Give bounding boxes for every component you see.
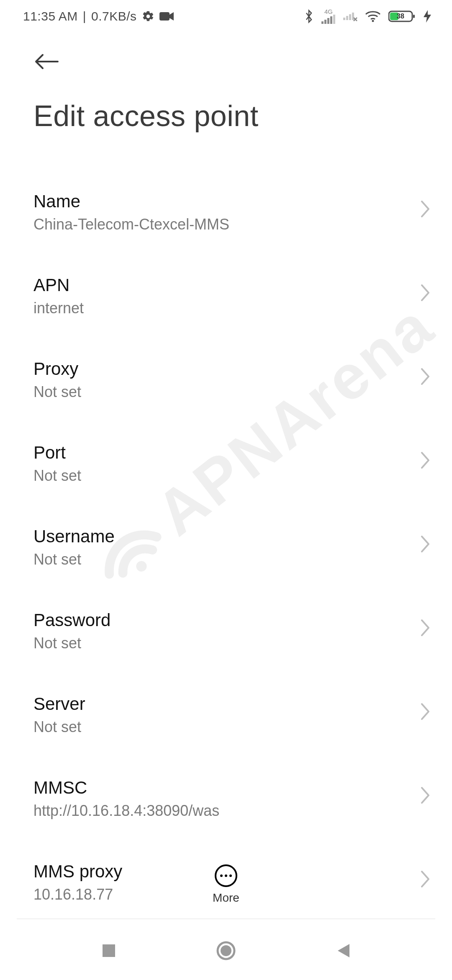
row-title: Server <box>33 694 398 714</box>
divider <box>17 918 435 919</box>
row-title: APN <box>33 275 398 295</box>
row-value: Not set <box>33 551 398 568</box>
chevron-right-icon <box>419 619 431 637</box>
row-value: http://10.16.18.4:38090/was <box>33 802 398 820</box>
svg-rect-3 <box>327 18 329 24</box>
signal-nosim-icon <box>343 11 357 22</box>
row-value: Not set <box>33 383 398 401</box>
bluetooth-icon <box>304 9 314 23</box>
chevron-right-icon <box>419 367 431 386</box>
square-icon <box>101 943 117 959</box>
svg-point-10 <box>372 20 374 22</box>
wifi-icon <box>365 10 381 23</box>
row-title: Password <box>33 610 398 630</box>
navigation-bar <box>0 921 452 980</box>
row-name[interactable]: Name China-Telecom-Ctexcel-MMS <box>33 183 431 267</box>
more-button[interactable]: More <box>0 864 452 905</box>
chevron-right-icon <box>419 535 431 553</box>
row-title: MMSC <box>33 778 398 798</box>
camera-icon <box>159 11 174 21</box>
chevron-right-icon <box>419 200 431 218</box>
back-arrow-icon <box>33 53 59 70</box>
triangle-back-icon <box>335 942 351 959</box>
signal-4g-icon: 4G <box>321 8 336 24</box>
svg-rect-13 <box>413 15 415 18</box>
row-proxy[interactable]: Proxy Not set <box>33 351 431 434</box>
row-server[interactable]: Server Not set <box>33 686 431 769</box>
nav-recents-button[interactable] <box>92 934 126 967</box>
chevron-right-icon <box>419 786 431 805</box>
battery-icon: 38 <box>388 10 416 23</box>
svg-rect-9 <box>352 13 354 20</box>
more-icon <box>215 864 237 887</box>
status-sep: | <box>83 9 86 23</box>
svg-rect-7 <box>346 16 348 20</box>
settings-list: Name China-Telecom-Ctexcel-MMS APN inter… <box>0 133 452 912</box>
svg-rect-5 <box>333 15 335 24</box>
row-value: Not set <box>33 634 398 652</box>
svg-point-17 <box>221 945 231 956</box>
status-data-rate: 0.7KB/s <box>91 9 137 23</box>
chevron-right-icon <box>419 284 431 302</box>
page-title: Edit access point <box>0 70 452 133</box>
row-value: China-Telecom-Ctexcel-MMS <box>33 216 398 233</box>
row-title: Username <box>33 526 398 547</box>
row-value: internet <box>33 299 398 317</box>
row-password[interactable]: Password Not set <box>33 602 431 686</box>
row-port[interactable]: Port Not set <box>33 434 431 518</box>
row-title: Proxy <box>33 359 398 379</box>
charging-icon <box>424 10 431 23</box>
row-value: Not set <box>33 467 398 485</box>
nav-back-button[interactable] <box>326 934 360 967</box>
row-value: Not set <box>33 718 398 736</box>
status-time: 11:35 AM <box>23 9 78 23</box>
chevron-right-icon <box>419 702 431 721</box>
battery-pct-label: 38 <box>397 13 404 20</box>
nav-home-button[interactable] <box>209 934 243 967</box>
svg-rect-8 <box>349 14 351 20</box>
svg-rect-1 <box>321 21 324 24</box>
row-mmsc[interactable]: MMSC http://10.16.18.4:38090/was <box>33 769 431 853</box>
svg-rect-6 <box>343 18 345 20</box>
chevron-right-icon <box>419 451 431 469</box>
status-right: 4G 38 <box>304 8 431 24</box>
svg-rect-4 <box>330 16 332 24</box>
row-title: Port <box>33 443 398 463</box>
svg-rect-0 <box>159 12 170 21</box>
network-type-label: 4G <box>324 8 333 15</box>
more-label: More <box>213 891 239 905</box>
circle-icon <box>216 941 236 961</box>
status-left: 11:35 AM | 0.7KB/s <box>23 9 174 23</box>
back-button[interactable] <box>0 28 452 70</box>
svg-rect-15 <box>103 944 115 957</box>
row-title: Name <box>33 191 398 211</box>
svg-rect-2 <box>324 20 326 24</box>
row-apn[interactable]: APN internet <box>33 267 431 351</box>
status-bar: 11:35 AM | 0.7KB/s 4G 38 <box>0 0 452 28</box>
row-username[interactable]: Username Not set <box>33 518 431 602</box>
gear-icon <box>142 10 154 23</box>
